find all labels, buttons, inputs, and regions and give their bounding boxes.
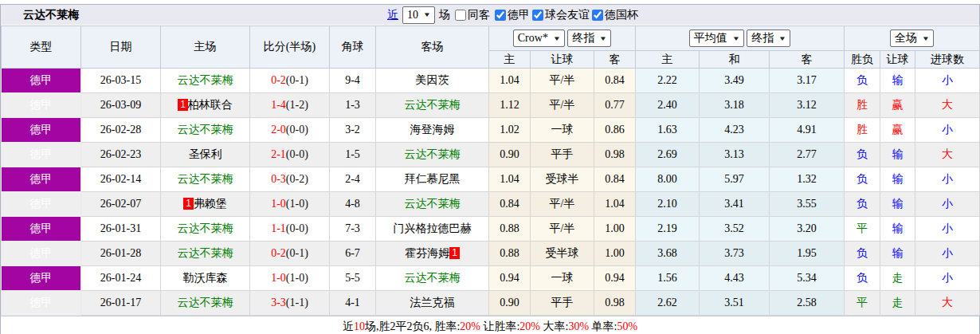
fulltime-score: 1-0: [271, 272, 286, 284]
league-name: 德甲: [30, 272, 53, 284]
handicap-value: 受半球: [546, 247, 579, 259]
result-wdl-cell: 胜: [845, 93, 880, 118]
avg-draw-odds-cell: 3.18: [700, 93, 770, 118]
avg-home-odds-cell: 2.22: [636, 69, 700, 93]
match-date: 26-02-07: [100, 198, 141, 210]
crown-handicap-cell: 平手: [531, 143, 594, 167]
average-odds-type-select[interactable]: 终指 ▼: [747, 29, 790, 47]
away-team-name: 霍芬海姆: [405, 247, 449, 259]
home-team-cell: 云达不莱梅: [161, 242, 250, 266]
match-date: 26-01-24: [100, 272, 141, 284]
table-row: 德甲26-01-28云达不莱梅0-2(0-1)6-7霍芬海姆10.88受半球1.…: [2, 242, 980, 266]
score-cell: 1-0(1-0): [250, 192, 330, 217]
table-row: 德甲26-02-071弗赖堡1-0(1-0)4-8云达不莱梅0.84平/半1.0…: [2, 192, 980, 217]
same-away-checkbox[interactable]: [455, 10, 466, 21]
league-filter-item[interactable]: 德国杯: [591, 8, 638, 22]
halftime-score: (1-0): [286, 272, 308, 284]
avg-away-odds-cell: 1.32: [770, 167, 845, 192]
col-header-result-goals: 进球数: [915, 51, 980, 69]
table-row: 德甲26-01-31云达不莱梅1-1(0-0)7-3门兴格拉德巴赫0.88平/半…: [2, 217, 980, 242]
result-value: 平: [857, 222, 868, 234]
league-cell: 德甲: [2, 167, 81, 192]
crown-odds-type-select[interactable]: 终指 ▼: [567, 29, 611, 47]
result-value: 胜: [857, 124, 868, 136]
away-team-name: 拜仁慕尼黑: [405, 173, 461, 185]
halftime-score: (0-2): [286, 173, 308, 185]
home-team-cell: 1柏林联合: [161, 93, 250, 118]
stats-panel: 云达不莱梅 近 10 ▼ 场 同客 德甲球会友谊德国杯 类型 日期: [0, 4, 980, 334]
league-filter-label: 德国杯: [605, 8, 638, 22]
result-value: 输: [892, 247, 904, 259]
league-cell: 德甲: [2, 291, 81, 316]
score-cell: 0-2(0-1): [250, 69, 330, 93]
crown-home-odds-cell: 1.02: [489, 118, 531, 143]
home-team-name: 云达不莱梅: [178, 297, 233, 308]
result-value: 胜: [857, 99, 868, 111]
result-value: 负: [857, 173, 868, 185]
league-filter-checkbox[interactable]: [592, 10, 603, 21]
odds-value: 0.90: [500, 297, 519, 308]
handicap-value: 平/半: [550, 99, 575, 111]
average-select[interactable]: 平均值 ▼: [689, 29, 744, 47]
filter-controls: 近 10 ▼ 场 同客 德甲球会友谊德国杯: [387, 5, 638, 25]
result-handicap-cell: 输: [880, 143, 915, 167]
home-team-name: 勒沃库森: [183, 272, 228, 284]
result-goals-cell: 小: [915, 217, 980, 242]
result-value: 输: [892, 198, 904, 210]
result-value: 小: [942, 247, 953, 259]
league-filter-item[interactable]: 球会友谊: [531, 8, 590, 22]
odds-value: 1.04: [605, 198, 625, 210]
result-value: 负: [857, 272, 868, 284]
result-wdl-cell: 胜: [845, 118, 880, 143]
odds-value: 4.23: [724, 124, 744, 136]
score-cell: 0-3(0-2): [250, 167, 330, 192]
home-team-name: 柏林联合: [188, 99, 233, 111]
halftime-score: (0-0): [286, 148, 308, 160]
halftime-score: (0-0): [286, 124, 308, 136]
league-filter-label: 球会友谊: [545, 8, 590, 22]
near-matches-link[interactable]: 近: [387, 8, 398, 22]
table-row: 德甲26-01-24勒沃库森1-0(1-0)5-5云达不莱梅0.94一球0.94…: [2, 266, 980, 291]
crown-away-odds-cell: 0.94: [594, 266, 636, 291]
avg-away-odds-cell: 2.58: [770, 291, 845, 316]
home-team-name: 弗赖堡: [194, 198, 227, 210]
league-filter-checkbox[interactable]: [532, 10, 543, 21]
corner-score: 4-8: [345, 198, 360, 210]
odds-value: 0.84: [500, 198, 519, 210]
chevron-down-icon: ▼: [423, 11, 431, 18]
avg-home-odds-cell: 2.10: [636, 192, 700, 217]
result-wdl-cell: 负: [845, 242, 880, 266]
crown-away-odds-cell: 1.04: [594, 192, 636, 217]
same-away-filter[interactable]: 同客: [454, 8, 490, 22]
odds-value: 0.98: [605, 297, 625, 308]
avg-away-odds-cell: 5.34: [770, 266, 845, 291]
crown-home-odds-cell: 1.04: [489, 167, 531, 192]
match-date: 26-02-14: [100, 173, 141, 185]
avg-home-odds-cell: 1.56: [636, 266, 700, 291]
league-cell: 德甲: [2, 266, 81, 291]
result-handicap-cell: 赢: [880, 118, 915, 143]
summary-bar: 近10场,胜2平2负6, 胜率:20% 让胜率:20% 大率:30% 单率:50…: [1, 316, 979, 334]
col-header-avg-draw: 和: [700, 51, 770, 69]
table-row: 德甲26-03-091柏林联合1-4(1-2)1-3云达不莱梅1.12平/半0.…: [2, 93, 980, 118]
result-handicap-cell: 输: [880, 69, 915, 93]
avg-draw-odds-cell: 4.23: [700, 118, 770, 143]
odds-value: 2.10: [657, 198, 677, 210]
away-team-cell: 云达不莱梅: [376, 143, 489, 167]
league-filter-checkbox[interactable]: [495, 10, 506, 21]
corner-score: 3-2: [345, 124, 360, 136]
bookmaker-select[interactable]: Crow* ▼: [513, 29, 565, 47]
away-team-name: 门兴格拉德巴赫: [394, 222, 472, 234]
handicap-value: 平手: [551, 148, 574, 160]
odds-value: 0.84: [605, 173, 625, 185]
league-filter-item[interactable]: 德甲: [494, 8, 530, 22]
score-cell: 1-1(0-0): [250, 217, 330, 242]
away-team-cell: 门兴格拉德巴赫: [376, 217, 489, 242]
odds-group-result: 全场 ▼: [845, 26, 980, 51]
period-select[interactable]: 全场 ▼: [890, 29, 934, 47]
result-goals-cell: 大: [915, 93, 980, 118]
matches-count-select[interactable]: 10 ▼: [402, 6, 435, 24]
handicap-value: 平/半: [550, 74, 575, 86]
summary-segment: 20%: [519, 320, 540, 332]
crown-away-odds-cell: 1.00: [594, 242, 636, 266]
